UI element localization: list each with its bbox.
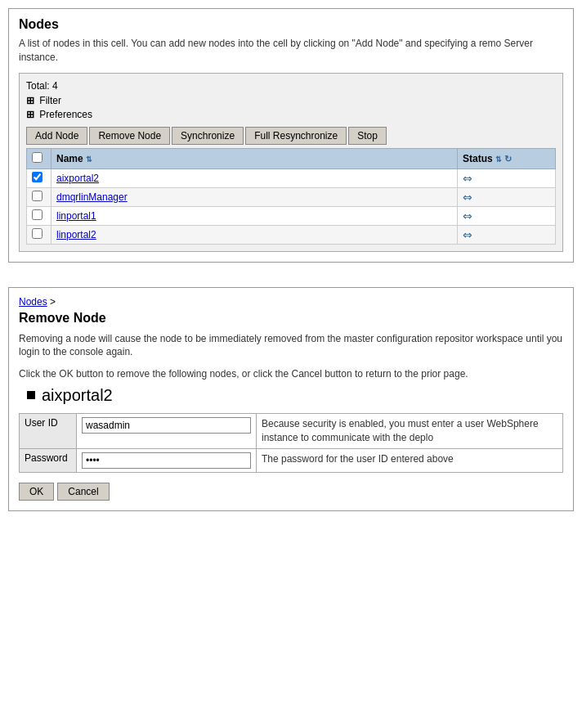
row-checkbox-cell xyxy=(27,169,51,187)
ok-button[interactable]: OK xyxy=(19,483,54,501)
nodes-title: Nodes xyxy=(19,17,563,32)
password-row: Password The password for the user ID en… xyxy=(20,448,563,472)
select-all-header xyxy=(27,148,51,169)
nodes-toolbar: Add Node Remove Node Synchronize Full Re… xyxy=(26,127,556,145)
prefs-label: Preferences xyxy=(39,109,92,120)
row-checkbox[interactable] xyxy=(32,209,43,220)
row-status-cell: ⇔ xyxy=(458,225,556,244)
stop-button[interactable]: Stop xyxy=(348,127,387,145)
status-icon: ⇔ xyxy=(463,228,472,241)
nodes-table: Name ⇅ Status ⇅ ↻ aixportal2⇔dmqrlinMana… xyxy=(26,148,556,245)
table-header-row: Name ⇅ Status ⇅ ↻ xyxy=(27,148,556,169)
node-to-remove-name: aixportal2 xyxy=(42,386,113,405)
row-name-cell: linportal1 xyxy=(51,206,458,225)
row-checkbox-cell xyxy=(27,206,51,225)
nodes-description: A list of nodes in this cell. You can ad… xyxy=(19,37,563,65)
full-resync-button[interactable]: Full Resynchronize xyxy=(245,127,347,145)
cancel-button[interactable]: Cancel xyxy=(57,483,109,501)
node-name-link[interactable]: linportal2 xyxy=(56,229,96,240)
row-checkbox[interactable] xyxy=(32,191,43,201)
node-bullet-icon xyxy=(27,391,35,399)
node-to-remove-item: aixportal2 xyxy=(27,386,563,405)
credentials-table: User ID Because security is enabled, you… xyxy=(19,413,563,473)
row-name-cell: linportal2 xyxy=(51,225,458,244)
nodes-panel: Nodes A list of nodes in this cell. You … xyxy=(8,8,574,263)
table-row: aixportal2⇔ xyxy=(27,169,556,187)
name-col-label: Name xyxy=(56,153,83,164)
status-header: Status ⇅ ↻ xyxy=(458,148,556,169)
prefs-expand-icon: ⊞ xyxy=(26,109,34,120)
password-hint-cell: The password for the user ID entered abo… xyxy=(257,448,563,472)
name-sort-icon[interactable]: ⇅ xyxy=(86,155,92,164)
filter-toggle[interactable]: ⊞ Filter xyxy=(26,95,556,106)
filter-expand-icon: ⊞ xyxy=(26,95,34,106)
action-buttons: OK Cancel xyxy=(19,483,563,501)
status-sort-icon[interactable]: ⇅ xyxy=(495,155,502,164)
table-row: dmqrlinManager⇔ xyxy=(27,187,556,206)
breadcrumb-separator: > xyxy=(50,296,56,308)
status-icon: ⇔ xyxy=(463,172,472,185)
status-icon: ⇔ xyxy=(463,209,472,222)
filter-label: Filter xyxy=(39,95,61,106)
table-row: linportal1⇔ xyxy=(27,206,556,225)
userid-input-cell xyxy=(77,413,257,448)
node-name-link[interactable]: dmqrlinManager xyxy=(56,191,128,203)
row-name-cell: dmqrlinManager xyxy=(51,187,458,206)
userid-hint-cell: Because security is enabled, you must en… xyxy=(257,413,563,448)
row-checkbox[interactable] xyxy=(32,228,43,239)
row-status-cell: ⇔ xyxy=(458,187,556,206)
row-checkbox[interactable] xyxy=(32,172,43,182)
prefs-toggle[interactable]: ⊞ Preferences xyxy=(26,109,556,120)
userid-input[interactable] xyxy=(82,417,251,434)
breadcrumb: Nodes > xyxy=(19,296,563,308)
select-all-checkbox[interactable] xyxy=(32,152,43,163)
remove-node-panel: Nodes > Remove Node Removing a node will… xyxy=(8,287,574,511)
userid-row: User ID Because security is enabled, you… xyxy=(20,413,563,448)
row-checkbox-cell xyxy=(27,225,51,244)
total-count: Total: 4 xyxy=(26,80,556,92)
status-col-label: Status xyxy=(463,153,493,164)
row-status-cell: ⇔ xyxy=(458,206,556,225)
remove-node-title: Remove Node xyxy=(19,311,563,326)
row-name-cell: aixportal2 xyxy=(51,169,458,187)
synchronize-button[interactable]: Synchronize xyxy=(172,127,244,145)
remove-description: Removing a node will cause the node to b… xyxy=(19,332,563,360)
row-status-cell: ⇔ xyxy=(458,169,556,187)
remove-node-button[interactable]: Remove Node xyxy=(89,127,170,145)
remove-instruction: Click the OK button to remove the follow… xyxy=(19,367,563,381)
name-header: Name ⇅ xyxy=(51,148,458,169)
table-row: linportal2⇔ xyxy=(27,225,556,244)
userid-label-cell: User ID xyxy=(20,413,77,448)
nodes-container: Total: 4 ⊞ Filter ⊞ Preferences Add Node… xyxy=(19,73,563,252)
password-input-cell xyxy=(77,448,257,472)
status-refresh-icon[interactable]: ↻ xyxy=(504,154,512,164)
password-label-cell: Password xyxy=(20,448,77,472)
status-icon: ⇔ xyxy=(463,191,472,204)
add-node-button[interactable]: Add Node xyxy=(26,127,87,145)
row-checkbox-cell xyxy=(27,187,51,206)
breadcrumb-nodes-link[interactable]: Nodes xyxy=(19,296,47,308)
node-name-link[interactable]: linportal1 xyxy=(56,210,96,222)
node-name-link[interactable]: aixportal2 xyxy=(56,173,99,184)
password-input[interactable] xyxy=(82,452,251,469)
